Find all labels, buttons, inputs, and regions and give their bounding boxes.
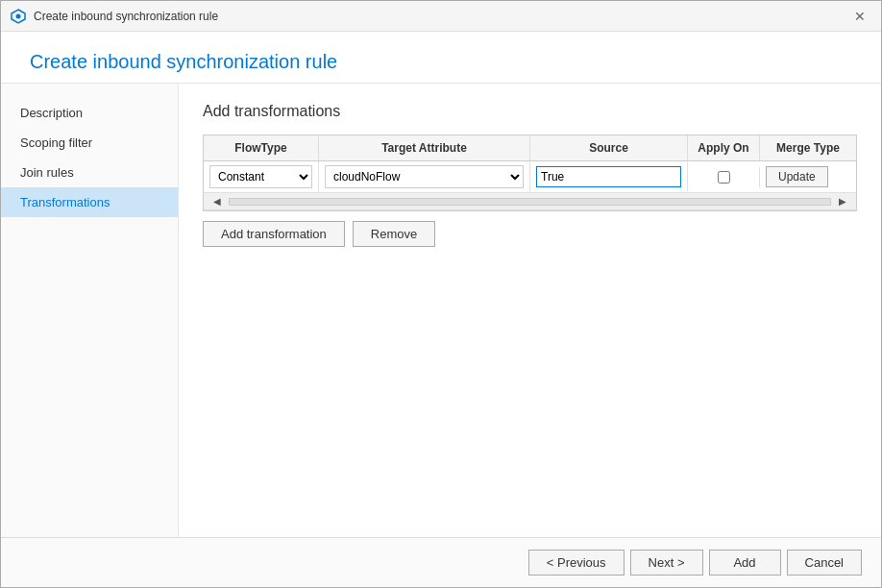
title-bar-text: Create inbound synchronization rule	[34, 10, 218, 23]
flowtype-select[interactable]: Constant Direct Expression	[209, 165, 312, 188]
cell-apply-on[interactable]	[688, 167, 760, 187]
horizontal-scrollbar[interactable]: ◀ ▶	[204, 193, 856, 210]
sidebar-item-description[interactable]: Description	[1, 98, 178, 128]
table-row: Constant Direct Expression cloudNoFlow	[204, 161, 856, 193]
previous-button[interactable]: < Previous	[528, 550, 625, 576]
title-bar: Create inbound synchronization rule ✕	[1, 1, 881, 32]
col-apply-on: Apply On	[688, 135, 760, 160]
col-merge-type: Merge Type	[760, 135, 856, 160]
content-area: Add transformations FlowType Target Attr…	[179, 84, 881, 537]
cell-merge-type[interactable]: Update	[760, 162, 856, 191]
col-flowtype: FlowType	[204, 135, 319, 160]
main-content: Description Scoping filter Join rules Tr…	[1, 84, 881, 537]
page-title: Create inbound synchronization rule	[30, 51, 852, 73]
sidebar-item-transformations[interactable]: Transformations	[1, 187, 178, 217]
main-window: Create inbound synchronization rule ✕ Cr…	[0, 0, 882, 588]
cell-source[interactable]	[530, 162, 688, 191]
sidebar-item-join-rules[interactable]: Join rules	[1, 158, 178, 187]
merge-type-button[interactable]: Update	[766, 166, 828, 187]
target-attribute-select[interactable]: cloudNoFlow	[325, 165, 524, 188]
table-action-buttons: Add transformation Remove	[203, 221, 857, 247]
title-bar-left: Create inbound synchronization rule	[11, 9, 218, 24]
apply-on-checkbox[interactable]	[718, 171, 730, 184]
add-button[interactable]: Add	[709, 550, 781, 576]
cell-target-attribute[interactable]: cloudNoFlow	[319, 161, 530, 192]
next-button[interactable]: Next >	[630, 550, 703, 576]
transformations-table: FlowType Target Attribute Source Apply O…	[203, 135, 857, 211]
remove-button[interactable]: Remove	[353, 221, 435, 247]
svg-point-1	[16, 13, 21, 18]
scroll-right-arrow[interactable]: ▶	[835, 196, 850, 207]
section-title: Add transformations	[203, 103, 857, 120]
cell-flowtype[interactable]: Constant Direct Expression	[204, 161, 319, 192]
footer: < Previous Next > Add Cancel	[1, 537, 881, 587]
table-header: FlowType Target Attribute Source Apply O…	[204, 135, 856, 161]
close-button[interactable]: ✕	[848, 5, 871, 28]
sidebar-item-scoping-filter[interactable]: Scoping filter	[1, 128, 178, 158]
scroll-left-arrow[interactable]: ◀	[209, 196, 225, 207]
scroll-track[interactable]	[229, 198, 831, 206]
cancel-button[interactable]: Cancel	[787, 550, 862, 576]
app-icon	[11, 9, 26, 24]
page-header: Create inbound synchronization rule	[1, 32, 881, 84]
sidebar: Description Scoping filter Join rules Tr…	[1, 84, 179, 537]
col-source: Source	[530, 135, 688, 160]
col-target-attribute: Target Attribute	[319, 135, 530, 160]
add-transformation-button[interactable]: Add transformation	[203, 221, 345, 247]
source-input[interactable]	[536, 166, 681, 187]
